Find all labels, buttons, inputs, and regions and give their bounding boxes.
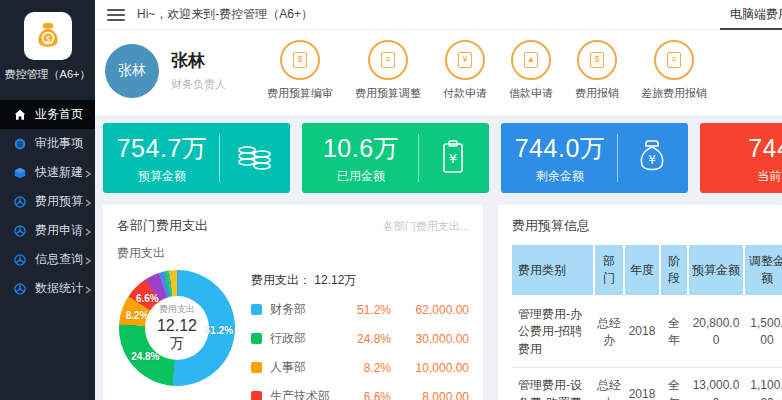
stat-cards-row: 754.7万 预算金额 10.6万 [95, 115, 782, 195]
slice-percent-label: 6.6% [136, 293, 159, 304]
legend-swatch [251, 304, 262, 315]
moneybag-logo-icon: $ [24, 12, 72, 60]
clipboard-yen-icon: ¥ [427, 138, 479, 178]
chart-subtitle: 费用支出 [117, 245, 469, 262]
sidebar-item-expense-budget[interactable]: 费用预算 [0, 187, 95, 216]
user-name: 张林 [171, 49, 241, 72]
table-row: 管理费用-办公费用-招聘费用 总经办 2018 全年 20,800.00 1,5… [512, 296, 782, 368]
coins-icon [228, 140, 280, 176]
legend-title: 费用支出： 12.12万 [251, 272, 469, 289]
sidebar-item-label: 业务首页 [35, 106, 87, 123]
sidebar-item-label: 费用预算 [35, 193, 83, 210]
legend-item: 行政部 24.8% 30,000.00 [251, 330, 469, 347]
budget-adjust-doc-icon: ≡ [381, 52, 395, 68]
user-band: 张林 张林 财务负责人 $ 费用预算编审 ≡ 费用预算调整 ¥ 付款申请 [95, 30, 782, 115]
slice-percent-label: 24.8% [131, 350, 159, 361]
action-loan-request[interactable]: ▲ 借款申请 [509, 40, 553, 101]
budget-wheel-icon [12, 194, 28, 210]
chevron-right-icon [83, 197, 93, 207]
stat-card-available: 744.0万 当前可用金额 [700, 123, 782, 193]
col-year: 年度 [624, 245, 660, 296]
user-role: 财务负责人 [171, 77, 241, 92]
table-row: 管理费用-设备费-购置费 总经办 2018 全年 13,000.00 1,100… [512, 368, 782, 400]
col-adjust-amount: 调整金额 [744, 245, 782, 296]
action-budget-review[interactable]: $ 费用预算编审 [267, 40, 333, 101]
action-expense-claim[interactable]: $ 费用报销 [575, 40, 619, 101]
svg-text:¥: ¥ [648, 153, 656, 167]
hamburger-menu-icon[interactable] [107, 9, 125, 21]
payment-request-icon: ¥ [458, 52, 472, 68]
donut-center-label: 费用支出 [159, 303, 195, 316]
travel-claim-icon: ≡ [667, 52, 681, 68]
main-area: Hi~，欢迎来到-费控管理（A6+） 电脑端费用管理 张林 张林 财务负责人 $… [95, 0, 782, 400]
slice-percent-label: 8.2% [126, 309, 149, 320]
legend-item: 人事部 8.2% 10,000.00 [251, 359, 469, 376]
col-expense-category: 费用类别 [512, 245, 594, 296]
donut-center-value: 12.12 [157, 317, 197, 335]
svg-text:¥: ¥ [449, 151, 457, 166]
legend-swatch [251, 362, 262, 373]
stat-value: 744.0万 [710, 132, 782, 165]
sidebar-item-quick-create[interactable]: 快速新建 [0, 158, 95, 187]
panel-title: 各部门费用支出 [117, 217, 208, 235]
chevron-right-icon [83, 226, 93, 236]
panels-row: 各部门费用支出 各部门费用支出... 费用支出 费用支出 12.12 万 51.… [95, 195, 782, 400]
stat-value: 10.6万 [312, 132, 410, 165]
sidebar-item-data-stats[interactable]: 数据统计 [0, 274, 95, 303]
budget-info-panel: 费用预算信息 费用类别 部门 年度 阶段 预算金额 调整金额 [498, 205, 782, 400]
stat-card-budget: 754.7万 预算金额 [103, 123, 290, 193]
welcome-text: Hi~，欢迎来到-费控管理（A6+） [137, 6, 313, 23]
budget-table: 费用类别 部门 年度 阶段 预算金额 调整金额 可用金额 管理费用-办公费用-招… [512, 245, 782, 400]
slice-percent-label: 51.2% [205, 324, 233, 335]
sidebar-menu: 业务首页 审批事项 快速新建 费用预算 [0, 100, 95, 303]
budget-review-doc-icon: $ [293, 52, 307, 68]
avatar: 张林 [105, 44, 159, 98]
panel-title-right: 各部门费用支出... [383, 219, 469, 234]
sidebar-item-label: 快速新建 [35, 164, 83, 181]
app-root: $ 费控管理（A6+） 业务首页 审批事项 [0, 0, 782, 400]
approval-list-icon [12, 136, 28, 152]
action-budget-adjust[interactable]: ≡ 费用预算调整 [355, 40, 421, 101]
stat-label: 当前可用金额 [710, 168, 782, 185]
sidebar-item-info-query[interactable]: 信息查询 [0, 245, 95, 274]
chevron-right-icon [83, 168, 93, 178]
department-expense-panel: 各部门费用支出 各部门费用支出... 费用支出 费用支出 12.12 万 51.… [103, 205, 483, 400]
expense-claim-icon: $ [590, 52, 604, 68]
sidebar-item-label: 信息查询 [35, 251, 83, 268]
svg-text:$: $ [45, 34, 51, 44]
stats-wheel-icon [12, 281, 28, 297]
home-icon [12, 107, 28, 123]
sidebar-item-label: 费用申请 [35, 222, 83, 239]
col-department: 部门 [594, 245, 624, 296]
sidebar-item-label: 审批事项 [35, 135, 87, 152]
sidebar: $ 费控管理（A6+） 业务首页 审批事项 [0, 0, 95, 400]
sidebar-item-home[interactable]: 业务首页 [0, 100, 95, 129]
panel-title: 费用预算信息 [512, 217, 782, 235]
action-payment-request[interactable]: ¥ 付款申请 [443, 40, 487, 101]
legend-swatch [251, 391, 262, 400]
stat-card-remaining: 744.0万 剩余金额 ¥ [501, 123, 688, 193]
moneybag-yen-icon: ¥ [626, 138, 678, 178]
stat-label: 剩余金额 [511, 168, 609, 185]
create-cube-icon [12, 165, 28, 181]
app-title: 费控管理（A6+） [0, 67, 95, 82]
chevron-right-icon [83, 284, 93, 294]
tab-pc-expense[interactable]: 电脑端费用管理 [720, 0, 782, 30]
app-logo: $ 费控管理（A6+） [0, 0, 95, 92]
apply-wheel-icon [12, 223, 28, 239]
query-wheel-icon [12, 252, 28, 268]
stat-value: 744.0万 [511, 132, 609, 165]
legend-item: 生产技术部 6.6% 8,000.00 [251, 388, 469, 400]
action-travel-claim[interactable]: ≡ 差旅费用报销 [641, 40, 707, 101]
stat-card-used: 10.6万 已用金额 ¥ [302, 123, 489, 193]
expense-donut-chart: 费用支出 12.12 万 51.2%24.8%8.2%6.6% [119, 270, 235, 386]
sidebar-item-expense-apply[interactable]: 费用申请 [0, 216, 95, 245]
donut-center-unit: 万 [170, 335, 184, 353]
chart-legend: 费用支出： 12.12万 财务部 51.2% 62,000.00 行政部 24.… [251, 272, 469, 400]
col-stage: 阶段 [660, 245, 688, 296]
table-header-row: 费用类别 部门 年度 阶段 预算金额 调整金额 可用金额 [512, 245, 782, 296]
sidebar-item-approvals[interactable]: 审批事项 [0, 129, 95, 158]
quick-actions: $ 费用预算编审 ≡ 费用预算调整 ¥ 付款申请 ▲ 借款申请 $ 费用报销 [267, 40, 707, 101]
stat-label: 已用金额 [312, 168, 410, 185]
loan-request-icon: ▲ [524, 52, 539, 68]
